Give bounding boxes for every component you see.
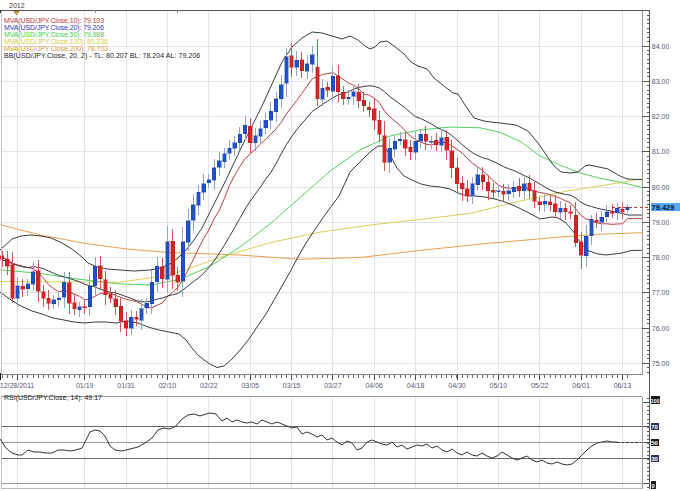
svg-text:03/05: 03/05 (241, 382, 259, 389)
svg-text:04/18: 04/18 (407, 382, 425, 389)
svg-text:79.00: 79.00 (652, 219, 670, 226)
svg-text:82.00: 82.00 (652, 113, 670, 120)
svg-text:03/27: 03/27 (324, 382, 342, 389)
svg-text:06/01: 06/01 (572, 382, 590, 389)
svg-text:05/10: 05/10 (490, 382, 508, 389)
svg-text:04/06: 04/06 (365, 382, 383, 389)
svg-text:2012: 2012 (9, 2, 25, 9)
svg-text:01/31: 01/31 (117, 382, 135, 389)
svg-text:100: 100 (651, 398, 660, 404)
svg-text:12/28/2011: 12/28/2011 (0, 382, 34, 389)
svg-text:30: 30 (651, 456, 658, 462)
svg-text:50: 50 (651, 440, 658, 446)
svg-text:76.00: 76.00 (652, 325, 670, 332)
svg-text:80.00: 80.00 (652, 184, 670, 191)
svg-text:83.00: 83.00 (652, 78, 670, 85)
svg-text:02/22: 02/22 (200, 382, 218, 389)
svg-text:02/10: 02/10 (159, 382, 177, 389)
svg-text:03/15: 03/15 (283, 382, 301, 389)
svg-text:06/13: 06/13 (614, 382, 632, 389)
svg-text:81.00: 81.00 (652, 148, 670, 155)
svg-text:04/30: 04/30 (448, 382, 466, 389)
svg-text:75.00: 75.00 (652, 360, 670, 367)
svg-text:79.429: 79.429 (652, 203, 675, 212)
svg-text:BB(USD/JPY.Close, 20, 2) - TL: BB(USD/JPY.Close, 20, 2) - TL: 80.207 BL… (4, 52, 200, 60)
svg-text:77.00: 77.00 (652, 289, 670, 296)
svg-text:05/22: 05/22 (531, 382, 549, 389)
svg-text:78.00: 78.00 (652, 254, 670, 261)
svg-text:01/19: 01/19 (76, 382, 94, 389)
svg-text:70: 70 (651, 424, 658, 430)
svg-text:84.00: 84.00 (652, 43, 670, 50)
svg-text:RSI(USD/JPY.Close, 14): 49.17: RSI(USD/JPY.Close, 14): 49.17 (4, 394, 102, 402)
